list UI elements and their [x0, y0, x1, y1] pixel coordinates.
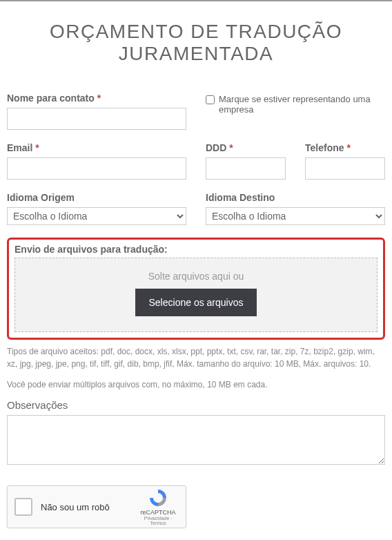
recaptcha-label: Não sou um robô: [41, 502, 137, 512]
upload-label: Envio de arquivos para tradução:: [14, 244, 378, 255]
drop-text: Solte arquivos aqui ou: [15, 271, 377, 282]
phone-input[interactable]: [305, 157, 385, 180]
phone-label: Telefone*: [305, 142, 385, 153]
recaptcha[interactable]: Não sou um robô reCAPTCHA Privacidade · …: [7, 485, 186, 528]
multi-files-hint: Você pode enviar múltiplos arquivos com,…: [7, 378, 385, 391]
ddd-input[interactable]: [206, 157, 286, 180]
page-title: ORÇAMENTO DE TRADUÇÃO JURAMENTADA: [7, 21, 385, 65]
recaptcha-icon: [148, 488, 168, 508]
ddd-label: DDD*: [206, 142, 286, 153]
recaptcha-logo: reCAPTCHA Privacidade · Termos: [137, 488, 179, 525]
obs-textarea[interactable]: [7, 415, 385, 465]
name-label: Nome para contato*: [7, 93, 186, 104]
select-files-button[interactable]: Selecione os arquivos: [135, 289, 257, 316]
email-label: Email*: [7, 142, 186, 153]
company-checkbox[interactable]: [206, 95, 215, 104]
name-input[interactable]: [7, 108, 186, 130]
company-checkbox-label: Marque se estiver representando uma empr…: [219, 94, 385, 115]
email-input[interactable]: [7, 157, 186, 180]
lang-src-select[interactable]: Escolha o Idioma: [7, 207, 186, 225]
drop-zone[interactable]: Solte arquivos aqui ou Selecione os arqu…: [14, 258, 378, 332]
lang-dst-select[interactable]: Escolha o Idioma: [206, 207, 385, 225]
lang-src-label: Idioma Origem: [7, 192, 186, 203]
file-types-hint: Tipos de arquivo aceitos: pdf, doc, docx…: [7, 345, 385, 370]
lang-dst-label: Idioma Destino: [206, 192, 385, 203]
obs-label: Observações: [7, 399, 385, 411]
upload-block: Envio de arquivos para tradução: Solte a…: [7, 238, 385, 340]
recaptcha-checkbox[interactable]: [14, 498, 32, 516]
